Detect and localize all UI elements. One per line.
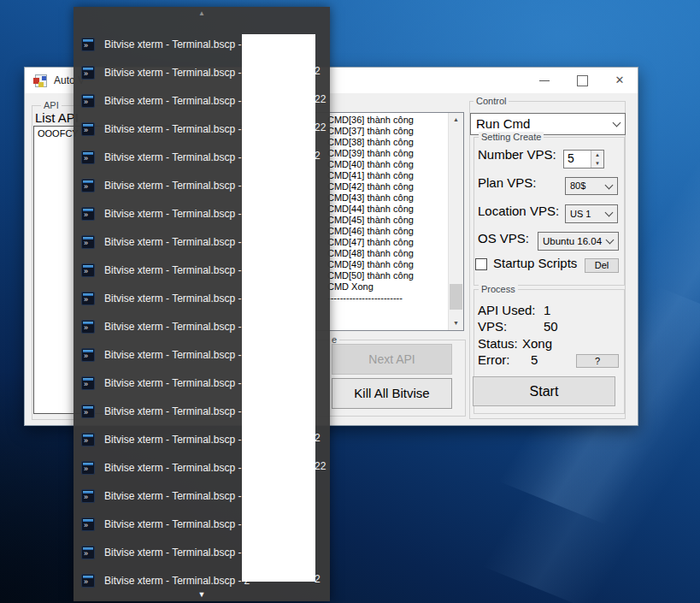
setting-create-group-label: Setting Create — [479, 132, 544, 142]
terminal-icon — [81, 433, 95, 446]
scrollbar-thumb[interactable] — [450, 284, 462, 310]
status-label: Status: — [478, 336, 518, 351]
mode-select-value: Run Cmd — [476, 116, 530, 131]
del-button[interactable]: Del — [585, 258, 619, 273]
stepper-down-button[interactable]: ▼ — [591, 159, 603, 168]
startup-scripts-label: Startup Scripts — [493, 256, 577, 270]
log-line: CMD[49] thành công — [327, 259, 448, 270]
maximize-button[interactable] — [567, 68, 597, 93]
maximize-icon — [577, 75, 588, 86]
log-line: CMD[44] thành công — [327, 204, 448, 215]
kill-all-bitvise-button[interactable]: Kill All Bitvise — [332, 378, 452, 409]
startup-scripts-checkbox[interactable] — [475, 258, 487, 270]
log-line: CMD[42] thành công — [327, 181, 448, 192]
location-vps-value: US 1 — [570, 209, 591, 219]
close-icon: ✕ — [604, 68, 635, 93]
log-scrollbar[interactable]: ▲ ▼ — [448, 113, 463, 330]
terminal-icon — [81, 66, 95, 80]
number-vps-value: 5 — [568, 151, 574, 165]
close-button[interactable]: ✕ — [604, 68, 635, 93]
terminal-icon — [81, 320, 95, 334]
api-used-label: API Used: — [478, 303, 536, 317]
window-list-item-suffix-digit: 22 — [315, 121, 326, 133]
terminal-icon — [81, 574, 95, 588]
window-list-item-label: Bitvise xterm - Terminal.bscp - — [104, 180, 241, 192]
plan-vps-value: 80$ — [570, 180, 585, 191]
terminal-icon — [81, 38, 95, 51]
minimize-icon — [539, 80, 550, 81]
api-group-label: API — [41, 100, 62, 110]
terminal-icon — [81, 122, 95, 136]
scroll-down-arrow[interactable]: ▼ — [449, 316, 463, 330]
terminal-icon — [81, 235, 95, 249]
terminal-icon — [81, 517, 95, 531]
start-button[interactable]: Start — [473, 376, 615, 406]
terminal-icon — [81, 94, 95, 108]
window-list-item-label: Bitvise xterm - Terminal.bscp - — [104, 95, 241, 107]
window-list-item-label: Bitvise xterm - Terminal.bscp - — [104, 38, 241, 50]
vps-count-label: VPS: — [478, 319, 507, 334]
os-vps-value: Ubuntu 16.04 — [543, 236, 602, 246]
error-label: Error: — [478, 352, 510, 367]
log-line: CMD[48] thành công — [327, 248, 448, 259]
window-list-item-label: Bitvise xterm - Terminal.bscp - — [104, 518, 241, 530]
api-used-value: 1 — [544, 303, 550, 317]
plan-vps-label: Plan VPS: — [478, 175, 536, 190]
window-list-item-suffix-digit: 2 — [315, 432, 321, 444]
window-list-item-suffix-digit: 22 — [315, 93, 326, 105]
log-line: CMD[50] thành công — [327, 270, 448, 281]
window-list-item-suffix-digit: 2 — [315, 573, 321, 585]
redaction-block — [242, 34, 315, 582]
log-line: CMD[37] thành công — [327, 126, 448, 137]
location-vps-select[interactable]: US 1 — [565, 204, 618, 223]
error-value: 5 — [531, 352, 538, 367]
next-api-button[interactable]: Next API — [332, 344, 452, 375]
log-line: CMD[41] thành công — [327, 170, 448, 181]
window-list-item-label: Bitvise xterm - Terminal.bscp - — [104, 490, 241, 502]
location-vps-label: Location VPS: — [478, 204, 559, 218]
window-list-item-label: Bitvise xterm - Terminal.bscp - — [104, 434, 241, 446]
log-line: CMD[47] thành công — [327, 237, 448, 248]
window-list-item-label: Bitvise xterm - Terminal.bscp - — [104, 293, 241, 304]
number-vps-stepper[interactable]: 5 ▲ ▼ — [563, 150, 604, 168]
window-list-item-label: Bitvise xterm - Terminal.bscp - — [104, 462, 241, 474]
os-vps-select[interactable]: Ubuntu 16.04 — [538, 232, 619, 251]
list-api-label: List API — [35, 110, 79, 125]
control-group-label: Control — [474, 96, 509, 106]
log-line: ------------------------ — [327, 293, 448, 304]
chevron-down-icon — [605, 209, 614, 217]
log-line: CMD[43] thành công — [327, 192, 448, 204]
window-list-item-suffix-digit: 22 — [315, 460, 326, 472]
app-icon — [33, 74, 47, 87]
scroll-up-arrow[interactable]: ▲ — [449, 113, 463, 127]
window-list-item-label: Bitvise xterm - Terminal.bscp - — [104, 208, 241, 220]
plan-vps-select[interactable]: 80$ — [565, 177, 618, 195]
terminal-icon — [81, 179, 95, 192]
process-group-label: Process — [479, 284, 518, 294]
window-list-item-label: Bitvise xterm - Terminal.bscp - — [104, 236, 241, 248]
minimize-button[interactable] — [529, 68, 560, 93]
terminal-icon — [81, 292, 95, 305]
window-list-item-label: Bitvise xterm - Terminal.bscp - — [104, 123, 241, 135]
scroll-up-icon[interactable]: ▲ — [74, 9, 330, 17]
log-line: CMD[39] thành công — [327, 148, 448, 159]
window-list-item-label: Bitvise xterm - Terminal.bscp - — [104, 547, 241, 559]
chevron-down-icon — [613, 119, 621, 127]
window-list-item-label: Bitvise xterm - Terminal.bscp - — [104, 264, 241, 276]
number-vps-label: Number VPS: — [478, 147, 556, 162]
log-line: CMD[46] thành công — [327, 226, 448, 237]
status-value: Xong — [522, 336, 552, 351]
log-line: CMD[40] thành công — [327, 159, 448, 170]
terminal-icon — [81, 207, 95, 221]
scroll-down-icon[interactable]: ▼ — [74, 590, 330, 599]
desktop-wallpaper: Auto V ✕ API List API OOOFCY CMD[36] thà… — [0, 0, 700, 603]
window-list-item-label: Bitvise xterm - Terminal.bscp - — [104, 349, 241, 361]
terminal-icon — [81, 376, 95, 390]
chevron-down-icon — [605, 180, 614, 189]
log-line: CMD[38] thành công — [327, 137, 448, 148]
terminal-icon — [81, 151, 95, 164]
help-button[interactable]: ? — [576, 354, 619, 368]
window-list-item-suffix-digit: 2 — [315, 65, 321, 77]
chevron-down-icon — [606, 236, 615, 245]
vps-count-value: 50 — [544, 319, 558, 334]
